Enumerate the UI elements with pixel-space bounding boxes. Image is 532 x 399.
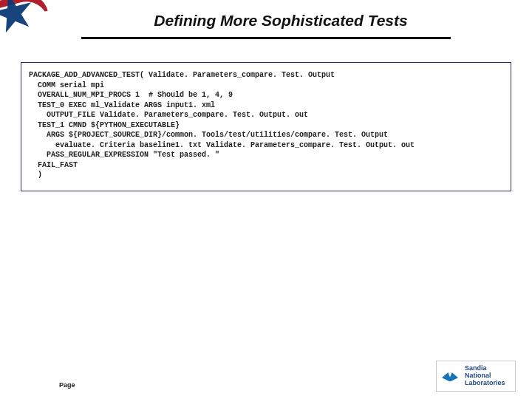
- thunderbird-icon: [440, 366, 460, 386]
- slide-header: Defining More Sophisticated Tests: [0, 0, 532, 52]
- code-block: PACKAGE_ADD_ADVANCED_TEST( Validate. Par…: [21, 62, 511, 191]
- sandia-logo: Sandia National Laboratories: [436, 361, 516, 392]
- page-number-label: Page: [59, 381, 75, 389]
- corner-decoration: [0, 0, 50, 50]
- logo-line-3: Laboratories: [465, 380, 505, 387]
- sandia-logo-text: Sandia National Laboratories: [465, 365, 505, 387]
- slide-footer: Page Sandia National Laboratories: [0, 359, 532, 399]
- title-underline: [81, 37, 451, 39]
- slide-title: Defining More Sophisticated Tests: [0, 0, 532, 30]
